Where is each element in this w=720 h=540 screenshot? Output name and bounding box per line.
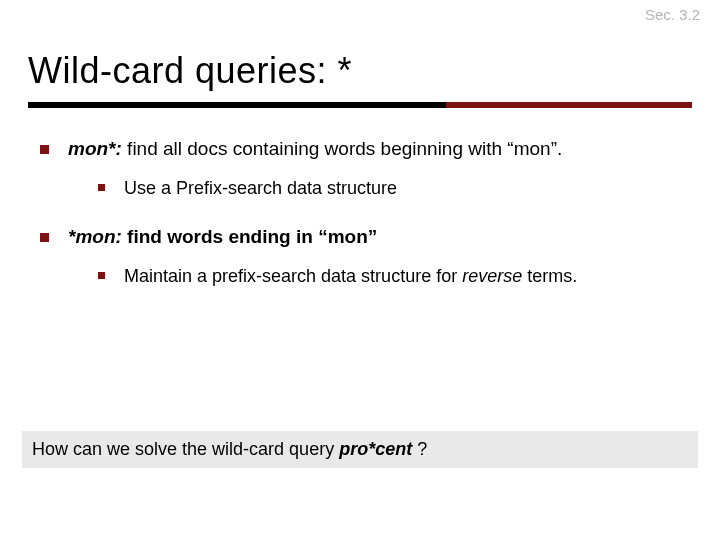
bullet-item: *mon: find words ending in “mon” Maintai… [40,224,680,288]
slide-title: Wild-card queries: * [28,50,692,92]
section-label: Sec. 3.2 [645,6,700,23]
bullet-quote: “mon” [507,138,557,159]
bullet-text: find all docs containing words beginning… [122,138,508,159]
question-text: ? [412,439,427,459]
sub-bullet-item: Use a Prefix-search data structure [68,176,680,200]
bullet-lead: *mon: [68,226,122,247]
title-area: Wild-card queries: * [0,0,720,108]
bullet-lead: mon*: [68,138,122,159]
bullet-item: mon*: find all docs containing words beg… [40,136,680,200]
question-text: How can we solve the wild-card query [32,439,339,459]
sub-bullet-text: terms. [522,266,577,286]
bullet-quote: “mon” [318,226,377,247]
sub-bullet-em: reverse [462,266,522,286]
question-bar: How can we solve the wild-card query pro… [22,431,698,468]
sub-bullet-text: Maintain a prefix-search data structure … [124,266,462,286]
sub-bullet-text: Use a Prefix-search data structure [124,178,397,198]
slide-body: mon*: find all docs containing words beg… [0,108,720,288]
question-strong: pro*cent [339,439,412,459]
sub-bullet-item: Maintain a prefix-search data structure … [68,264,680,288]
bullet-text: find words ending in [122,226,318,247]
bullet-text: . [557,138,562,159]
title-rule [28,102,692,108]
